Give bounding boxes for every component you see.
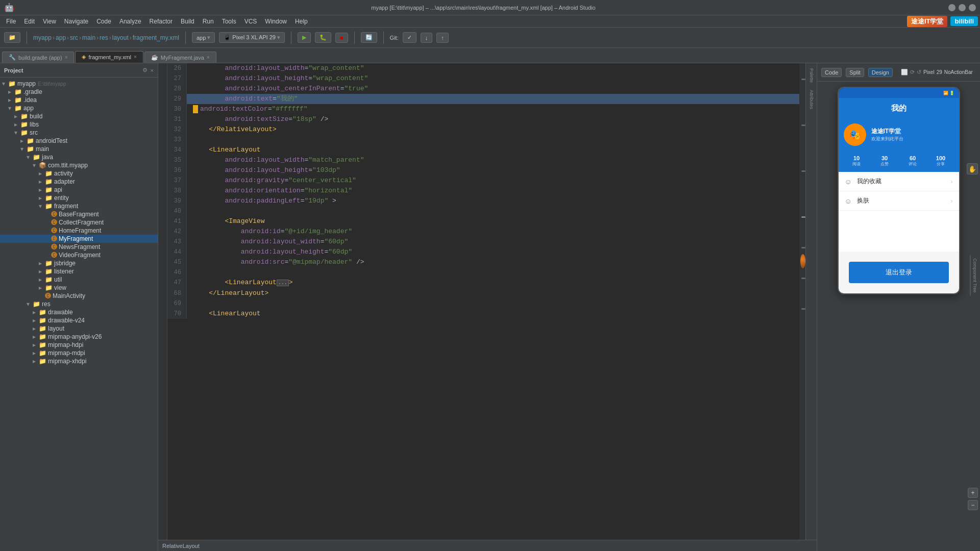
tree-build[interactable]: ▸ 📁 build	[0, 112, 158, 120]
tree-collectfragment[interactable]: 🅒 CollectFragment	[0, 218, 158, 227]
breadcrumb-layout[interactable]: layout	[112, 34, 129, 41]
palette-tab[interactable]: Palette	[807, 65, 816, 86]
line-content-68[interactable]: </LinearLayout>	[187, 288, 268, 298]
run-btn[interactable]: ▶	[298, 32, 311, 43]
menu-help[interactable]: Help	[291, 17, 312, 26]
maximize-button[interactable]	[959, 4, 966, 11]
tree-adapter[interactable]: ▸ 📁 adapter	[0, 178, 158, 186]
tree-fragment[interactable]: ▾ 📁 fragment	[0, 202, 158, 210]
tree-package[interactable]: ▾ 📦 com.ttit.myapp	[0, 161, 158, 169]
refresh-icon[interactable]: ↺	[917, 69, 921, 76]
line-content-34[interactable]: <LinearLayout	[187, 145, 261, 155]
tree-drawable-v24[interactable]: ▸ 📁 drawable-v24	[0, 316, 158, 324]
zoom-in-btn[interactable]: +	[968, 488, 978, 498]
editor-scrollbar[interactable]	[799, 63, 805, 540]
line-content-44[interactable]: android:layout_height="60dp"	[187, 247, 352, 257]
tree-idea[interactable]: ▸ 📁 .idea	[0, 96, 158, 104]
breadcrumb-src[interactable]: src	[70, 34, 78, 41]
menu-refactor[interactable]: Refactor	[145, 17, 177, 26]
line-content-29[interactable]: android:text="我的"	[187, 94, 298, 104]
tree-api[interactable]: ▸ 📁 api	[0, 186, 158, 194]
line-content-41[interactable]: <ImageView	[187, 216, 264, 227]
tree-androidtest[interactable]: ▸ 📁 androidTest	[0, 137, 158, 145]
line-content-70[interactable]: <LinearLayout	[187, 309, 261, 319]
attributes-tab[interactable]: Attributes	[807, 87, 816, 112]
line-content-37[interactable]: android:gravity="center_vertical"	[187, 176, 356, 186]
phone-menu-collection[interactable]: ☺ 我的收藏 ›	[839, 172, 959, 191]
tree-layout[interactable]: ▸ 📁 layout	[0, 324, 158, 333]
design-view-btn[interactable]: Design	[868, 68, 893, 77]
line-content-35[interactable]: android:layout_width="match_parent"	[187, 155, 364, 165]
split-view-btn[interactable]: Split	[846, 68, 864, 77]
menu-vcs[interactable]: VCS	[240, 17, 261, 26]
tab-build-gradle[interactable]: 🔧 build.gradle (app) ×	[2, 52, 74, 63]
line-content-47[interactable]: <LinearLayout...>	[187, 278, 293, 288]
line-content-31[interactable]: android:textSize="18sp" />	[187, 114, 328, 124]
tree-mipmap-xhdpi[interactable]: ▸ 📁 mipmap-xhdpi	[0, 357, 158, 365]
menu-window[interactable]: Window	[261, 17, 291, 26]
tree-homefragment[interactable]: 🅒 HomeFragment	[0, 227, 158, 235]
tree-mipmap-anydpi[interactable]: ▸ 📁 mipmap-anydpi-v26	[0, 333, 158, 341]
line-content-26[interactable]: android:layout_width="wrap_content"	[187, 63, 364, 73]
tree-newsfragment[interactable]: 🅒 NewsFragment	[0, 243, 158, 251]
project-gear-icon[interactable]: ⚙	[142, 67, 148, 73]
tree-java[interactable]: ▾ 📁 java	[0, 153, 158, 161]
transform-icon[interactable]: ⟳	[910, 69, 915, 76]
tree-app[interactable]: ▾ 📁 app	[0, 104, 158, 112]
breadcrumb-main[interactable]: main	[82, 34, 95, 41]
palette-icon[interactable]: ⬜	[901, 69, 908, 76]
tree-gradle[interactable]: ▸ 📁 .gradle	[0, 88, 158, 96]
tree-view[interactable]: ▸ 📁 view	[0, 284, 158, 292]
menu-analyze[interactable]: Analyze	[115, 17, 145, 26]
menu-file[interactable]: File	[2, 17, 20, 26]
line-content-45[interactable]: android:src="@mipmap/header" />	[187, 257, 364, 267]
tab-build-gradle-close[interactable]: ×	[65, 55, 68, 60]
code-editor[interactable]: 26 android:layout_width="wrap_content" 2…	[167, 63, 799, 540]
stop-btn[interactable]: ■	[335, 33, 348, 43]
tree-jsbridge[interactable]: ▸ 📁 jsbridge	[0, 259, 158, 267]
debug-btn[interactable]: 🐛	[315, 32, 331, 43]
device-selector-btn[interactable]: 📱 Pixel 3 XL API 29 ▾	[219, 32, 285, 43]
breadcrumb-fragment[interactable]: fragment_my.xml	[133, 34, 179, 41]
minimize-button[interactable]	[948, 4, 955, 11]
breadcrumb-app[interactable]: app	[56, 34, 66, 41]
menu-tools[interactable]: Tools	[218, 17, 240, 26]
menu-navigate[interactable]: Navigate	[60, 17, 92, 26]
vcs-commit-btn[interactable]: ✓	[403, 32, 416, 43]
tree-entity[interactable]: ▸ 📁 entity	[0, 194, 158, 202]
hand-tool[interactable]: ✋	[967, 163, 978, 174]
line-content-33[interactable]	[187, 135, 193, 145]
tree-main[interactable]: ▾ 📁 main	[0, 145, 158, 153]
tab-fragment-xml[interactable]: ◈ fragment_my.xml ×	[75, 51, 143, 63]
tree-listener[interactable]: ▸ 📁 listener	[0, 267, 158, 276]
code-view-btn[interactable]: Code	[821, 68, 842, 77]
hand-icon[interactable]: ✋	[967, 163, 978, 174]
line-content-27[interactable]: android:layout_height="wrap_content"	[187, 73, 368, 84]
close-button[interactable]	[969, 4, 976, 11]
line-content-39[interactable]: android:paddingLeft="19dp" >	[187, 196, 336, 206]
zoom-out-btn[interactable]: −	[968, 500, 978, 510]
tree-mainactivity[interactable]: 🅒 MainActivity	[0, 292, 158, 300]
tree-libs[interactable]: ▸ 📁 libs	[0, 120, 158, 129]
vcs-push-btn[interactable]: ↑	[436, 33, 449, 43]
tree-drawable[interactable]: ▸ 📁 drawable	[0, 308, 158, 316]
phone-logout-btn[interactable]: 退出登录	[849, 262, 949, 283]
tree-videofragment[interactable]: 🅒 VideoFragment	[0, 251, 158, 259]
tree-res[interactable]: ▾ 📁 res	[0, 300, 158, 308]
tree-util[interactable]: ▸ 📁 util	[0, 276, 158, 284]
tab-myfragment-java[interactable]: ☕ MyFragment.java ×	[144, 52, 216, 63]
tree-mipmap-mdpi[interactable]: ▸ 📁 mipmap-mdpi	[0, 349, 158, 357]
line-content-69[interactable]	[187, 298, 193, 309]
line-content-43[interactable]: android:layout_width="60dp"	[187, 237, 348, 247]
tree-myapp[interactable]: ▾ 📁 myapp E:\ttit\myapp	[0, 80, 158, 88]
tree-mipmap-hdpi[interactable]: ▸ 📁 mipmap-hdpi	[0, 341, 158, 349]
menu-run[interactable]: Run	[199, 17, 218, 26]
line-content-42[interactable]: android:id="@+id/img_header"	[187, 227, 352, 237]
tab-fragment-xml-close[interactable]: ×	[134, 54, 137, 60]
breadcrumb-res[interactable]: res	[100, 34, 108, 41]
line-content-30[interactable]: android:textColor="#ffffff"	[187, 104, 308, 114]
menu-build[interactable]: Build	[177, 17, 199, 26]
tree-myfragment[interactable]: 🅒 MyFragment	[0, 235, 158, 243]
line-content-32[interactable]: </RelativeLayout>	[187, 124, 277, 135]
phone-menu-skin[interactable]: ☺ 换肤 ›	[839, 191, 959, 211]
